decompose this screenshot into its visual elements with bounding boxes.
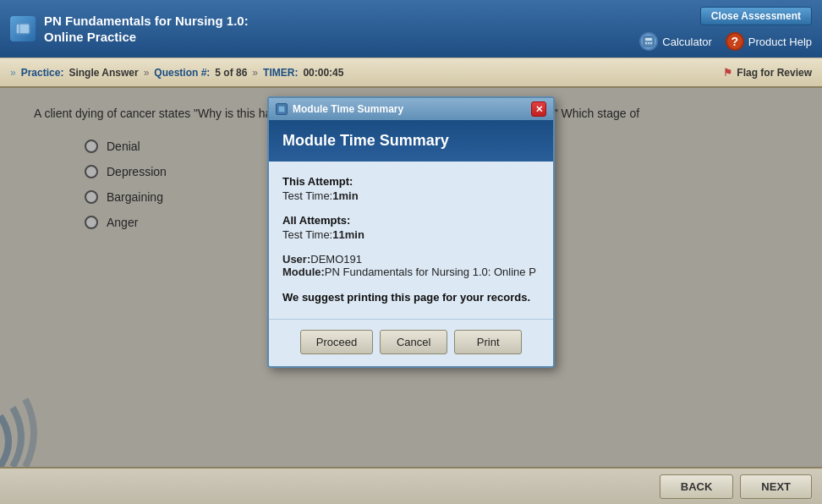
next-button[interactable]: NEXT xyxy=(740,474,812,499)
svg-rect-7 xyxy=(278,106,285,112)
svg-rect-5 xyxy=(648,42,649,44)
header: PN Fundamentals for Nursing 1.0: Online … xyxy=(0,0,822,58)
toolbar-arrows-1: » xyxy=(10,67,16,79)
toolbar-sep-2: » xyxy=(252,67,258,79)
cancel-button[interactable]: Cancel xyxy=(380,330,447,354)
svg-rect-3 xyxy=(645,38,652,41)
all-attempts-label: All Attempts: xyxy=(282,214,540,227)
main-content: A client dying of cancer states "Why is … xyxy=(0,88,822,467)
app-logo xyxy=(10,16,36,41)
all-attempts-section: All Attempts: Test Time:11min xyxy=(282,214,540,241)
back-button[interactable]: BACK xyxy=(660,474,734,499)
print-button[interactable]: Print xyxy=(454,330,522,354)
header-title-area: PN Fundamentals for Nursing 1.0: Online … xyxy=(10,13,249,46)
svg-rect-4 xyxy=(645,42,647,44)
flag-review-button[interactable]: ⚑ Flag for Review xyxy=(723,67,812,79)
svg-rect-2 xyxy=(644,36,654,47)
close-assessment-button[interactable]: Close Assessment xyxy=(700,7,812,25)
flag-icon: ⚑ xyxy=(723,67,732,79)
practice-value: Single Answer xyxy=(68,67,138,79)
modal-close-button[interactable]: ✕ xyxy=(531,101,546,117)
user-info: User:DEMO191 Module:PN Fundamentals for … xyxy=(282,253,540,278)
calculator-label: Calculator xyxy=(662,36,712,48)
this-attempt-label: This Attempt: xyxy=(282,175,540,188)
modal-header: Module Time Summary xyxy=(269,120,553,162)
this-attempt-value: Test Time:1min xyxy=(282,189,540,202)
toolbar: » Practice: Single Answer » Question #: … xyxy=(0,58,822,88)
svg-rect-6 xyxy=(650,42,652,44)
modal-body: This Attempt: Test Time:1min All Attempt… xyxy=(269,162,553,319)
modal-titlebar-title: Module Time Summary xyxy=(293,103,403,115)
user-info-section: User:DEMO191 Module:PN Fundamentals for … xyxy=(282,253,540,278)
modal-dialog: Module Time Summary ✕ Module Time Summar… xyxy=(267,96,555,368)
footer: BACK NEXT xyxy=(0,467,822,504)
modal-suggestion: We suggest printing this page for your r… xyxy=(282,290,540,305)
calculator-icon xyxy=(639,32,658,51)
help-icon: ? xyxy=(726,32,744,51)
modal-titlebar-icon xyxy=(276,103,288,115)
modal-titlebar: Module Time Summary ✕ xyxy=(269,98,553,120)
app-title: PN Fundamentals for Nursing 1.0: Online … xyxy=(44,13,249,46)
proceed-button[interactable]: Proceed xyxy=(300,330,373,354)
question-label: Question #: xyxy=(154,67,210,79)
calculator-button[interactable]: Calculator xyxy=(639,32,712,51)
modal-header-title: Module Time Summary xyxy=(282,132,540,150)
practice-label: Practice: xyxy=(21,67,64,79)
header-tools: Calculator ? Product Help xyxy=(639,32,812,51)
modal-title-left: Module Time Summary xyxy=(276,103,403,115)
product-help-button[interactable]: ? Product Help xyxy=(726,32,812,51)
svg-rect-0 xyxy=(16,24,30,34)
flag-label: Flag for Review xyxy=(737,67,812,79)
question-value: 5 of 86 xyxy=(215,67,247,79)
modal-overlay: Module Time Summary ✕ Module Time Summar… xyxy=(0,88,822,467)
this-attempt-section: This Attempt: Test Time:1min xyxy=(282,175,540,202)
timer-label: TIMER: xyxy=(263,67,298,79)
header-right: Close Assessment Calculator ? Product He… xyxy=(639,7,812,51)
toolbar-left: » Practice: Single Answer » Question #: … xyxy=(10,67,343,79)
timer-value: 00:00:45 xyxy=(303,67,343,79)
toolbar-sep-1: » xyxy=(144,67,150,79)
all-attempts-value: Test Time:11min xyxy=(282,228,540,241)
modal-footer: Proceed Cancel Print xyxy=(269,319,553,366)
product-help-label: Product Help xyxy=(748,36,812,48)
